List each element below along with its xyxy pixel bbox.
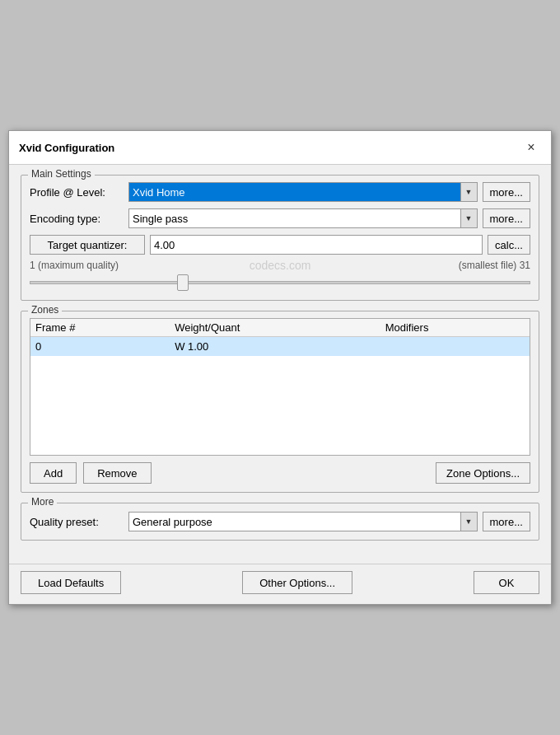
zones-empty-space	[30, 356, 530, 455]
encoding-value: Single pass	[129, 213, 460, 225]
target-quantizer-input[interactable]	[151, 239, 482, 251]
quality-watermark: codecs.com	[250, 259, 311, 272]
zones-table-body: 0 W 1.00	[30, 337, 530, 456]
row-modifiers	[380, 337, 530, 357]
quality-preset-arrow[interactable]	[460, 513, 477, 531]
quality-preset-value: General purpose	[129, 516, 460, 528]
remove-button[interactable]: Remove	[83, 462, 151, 484]
encoding-label: Encoding type:	[30, 213, 128, 225]
quality-slider-wrapper	[30, 274, 530, 287]
col-modifiers: Modifiers	[380, 319, 530, 337]
quality-range-row: 1 (maximum quality) codecs.com (smallest…	[30, 260, 530, 271]
profile-row: Profile @ Level: Xvid Home more...	[30, 182, 530, 202]
main-settings-group: Main Settings Profile @ Level: Xvid Home…	[21, 175, 539, 301]
row-weight: W 1.00	[170, 337, 380, 357]
ok-button[interactable]: OK	[474, 571, 539, 594]
target-input-wrapper	[150, 235, 483, 255]
zones-label: Zones	[28, 304, 62, 316]
col-frame: Frame #	[30, 319, 170, 337]
zones-table: Frame # Weight/Quant Modifiers 0 W 1.00	[30, 319, 530, 455]
main-settings-label: Main Settings	[28, 168, 95, 180]
load-defaults-button[interactable]: Load Defaults	[21, 571, 121, 594]
target-row: Target quantizer: calc...	[30, 235, 530, 255]
close-button[interactable]: ×	[521, 138, 541, 157]
other-options-button[interactable]: Other Options...	[242, 571, 352, 594]
zones-table-wrapper: Frame # Weight/Quant Modifiers 0 W 1.00	[30, 318, 530, 456]
add-button[interactable]: Add	[30, 462, 77, 484]
encoding-row: Encoding type: Single pass more...	[30, 208, 530, 228]
dialog-body: Main Settings Profile @ Level: Xvid Home…	[9, 165, 551, 560]
profile-dropdown[interactable]: Xvid Home	[128, 182, 478, 202]
encoding-more-button[interactable]: more...	[483, 208, 530, 228]
target-quantizer-button[interactable]: Target quantizer:	[30, 235, 145, 255]
quality-slider[interactable]	[30, 281, 530, 284]
dialog-title: Xvid Configuration	[19, 142, 114, 154]
more-label: More	[28, 496, 57, 508]
profile-more-button[interactable]: more...	[483, 182, 530, 202]
profile-dropdown-arrow[interactable]	[460, 183, 477, 201]
quality-label-left: 1 (maximum quality)	[30, 260, 119, 271]
encoding-dropdown[interactable]: Single pass	[128, 208, 478, 228]
xvid-configuration-dialog: Xvid Configuration × Main Settings Profi…	[8, 130, 552, 605]
title-bar: Xvid Configuration ×	[9, 131, 551, 165]
profile-value: Xvid Home	[129, 183, 460, 201]
more-group: More Quality preset: General purpose mor…	[21, 503, 539, 541]
zone-options-button[interactable]: Zone Options...	[436, 462, 530, 484]
calc-button[interactable]: calc...	[488, 235, 530, 255]
quality-preset-label: Quality preset:	[30, 516, 128, 528]
quality-preset-dropdown[interactable]: General purpose	[128, 512, 478, 531]
row-frame: 0	[30, 337, 170, 357]
quality-preset-more-button[interactable]: more...	[483, 512, 530, 531]
zones-group: Zones Frame # Weight/Quant Modifiers 0 W	[21, 311, 539, 493]
more-row: Quality preset: General purpose more...	[30, 510, 530, 531]
col-weight: Weight/Quant	[170, 319, 380, 337]
profile-label: Profile @ Level:	[30, 186, 128, 199]
bottom-buttons: Load Defaults Other Options... OK	[9, 564, 551, 604]
encoding-dropdown-arrow[interactable]	[460, 209, 477, 227]
quality-label-right: (smallest file) 31	[459, 260, 530, 271]
zones-buttons: Add Remove Zone Options...	[30, 462, 530, 484]
table-row[interactable]: 0 W 1.00	[30, 337, 530, 357]
